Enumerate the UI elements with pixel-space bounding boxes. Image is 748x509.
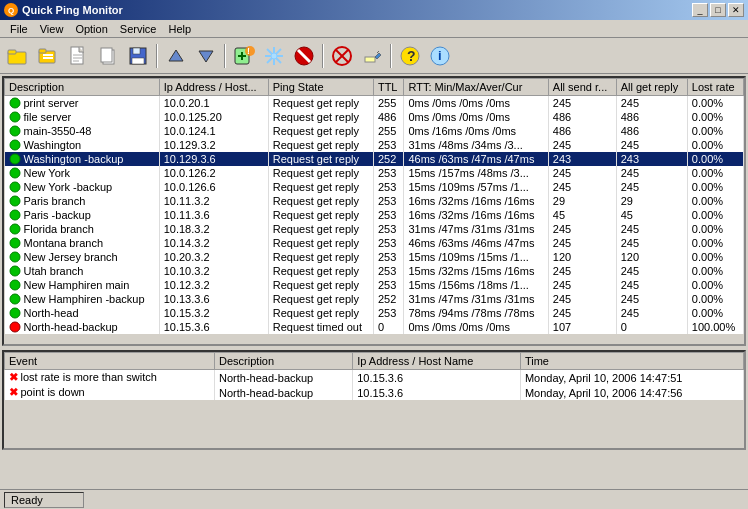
col-lost[interactable]: Lost rate — [687, 79, 743, 96]
table-row[interactable]: Utah branch 10.10.3.2 Request get reply … — [5, 264, 744, 278]
cell-reply: 29 — [616, 194, 687, 208]
cell-ip: 10.13.3.6 — [159, 292, 268, 306]
event-col-event[interactable]: Event — [5, 353, 215, 370]
table-row[interactable]: North-head 10.15.3.2 Request get reply 2… — [5, 306, 744, 320]
event-cell-time: Monday, April 10, 2006 14:47:56 — [520, 385, 743, 400]
cell-desc: file server — [5, 110, 160, 124]
svg-marker-16 — [199, 51, 213, 62]
table-row[interactable]: Washington 10.129.3.2 Request get reply … — [5, 138, 744, 152]
cell-rtt: 16ms /32ms /16ms /16ms — [404, 194, 548, 208]
cell-state: Request get reply — [268, 278, 373, 292]
table-row[interactable]: New Jersey branch 10.20.3.2 Request get … — [5, 250, 744, 264]
col-ttl[interactable]: TTL — [373, 79, 404, 96]
menu-file[interactable]: File — [4, 22, 34, 36]
cell-ttl: 253 — [373, 236, 404, 250]
cell-desc: Montana branch — [5, 236, 160, 250]
event-col-desc[interactable]: Description — [215, 353, 353, 370]
menu-option[interactable]: Option — [69, 22, 113, 36]
info-button[interactable]: i — [426, 43, 454, 69]
maximize-button[interactable]: □ — [710, 3, 726, 17]
table-row[interactable]: New York 10.0.126.2 Request get reply 25… — [5, 166, 744, 180]
col-send[interactable]: All send r... — [548, 79, 616, 96]
cell-state: Request get reply — [268, 236, 373, 250]
svg-rect-14 — [132, 58, 144, 64]
cell-ip: 10.15.3.2 — [159, 306, 268, 320]
ping-table: Description Ip Address / Host... Ping St… — [4, 78, 744, 334]
cell-reply: 0 — [616, 320, 687, 334]
copy-button[interactable] — [94, 43, 122, 69]
cell-send: 245 — [548, 306, 616, 320]
event-cell-event: ✖point is down — [5, 385, 215, 400]
minimize-button[interactable]: _ — [692, 3, 708, 17]
col-rtt[interactable]: RTT: Min/Max/Aver/Cur — [404, 79, 548, 96]
table-row[interactable]: main-3550-48 10.0.124.1 Request get repl… — [5, 124, 744, 138]
event-row[interactable]: ✖point is down North-head-backup 10.15.3… — [5, 385, 744, 400]
cell-ttl: 255 — [373, 96, 404, 111]
table-row[interactable]: North-head-backup 10.15.3.6 Request time… — [5, 320, 744, 334]
event-cell-desc: North-head-backup — [215, 370, 353, 386]
cell-desc: Washington — [5, 138, 160, 152]
col-description[interactable]: Description — [5, 79, 160, 96]
table-row[interactable]: New York -backup 10.0.126.6 Request get … — [5, 180, 744, 194]
table-row[interactable]: Washington -backup 10.129.3.6 Request ge… — [5, 152, 744, 166]
col-state[interactable]: Ping State — [268, 79, 373, 96]
freeze-button[interactable] — [260, 43, 288, 69]
event-table: Event Description Ip Address / Host Name… — [4, 352, 744, 400]
col-reply[interactable]: All get reply — [616, 79, 687, 96]
table-row[interactable]: Paris -backup 10.11.3.6 Request get repl… — [5, 208, 744, 222]
cell-lost: 0.00% — [687, 138, 743, 152]
table-row[interactable]: Florida branch 10.18.3.2 Request get rep… — [5, 222, 744, 236]
move-up-button[interactable] — [192, 43, 220, 69]
cell-ip: 10.0.124.1 — [159, 124, 268, 138]
table-row[interactable]: New Hamphiren main 10.12.3.2 Request get… — [5, 278, 744, 292]
add-button[interactable]: ! — [230, 43, 258, 69]
open-folder-button[interactable] — [4, 43, 32, 69]
table-row[interactable]: New Hamphiren -backup 10.13.3.6 Request … — [5, 292, 744, 306]
cell-desc: Paris -backup — [5, 208, 160, 222]
cell-state: Request get reply — [268, 194, 373, 208]
cell-rtt: 15ms /156ms /18ms /1... — [404, 278, 548, 292]
cell-state: Request get reply — [268, 124, 373, 138]
cell-send: 245 — [548, 236, 616, 250]
svg-text:?: ? — [407, 48, 416, 64]
table-row[interactable]: Montana branch 10.14.3.2 Request get rep… — [5, 236, 744, 250]
new-document-button[interactable] — [64, 43, 92, 69]
event-row[interactable]: ✖lost rate is more than switch North-hea… — [5, 370, 744, 386]
ping-table-container[interactable]: Description Ip Address / Host... Ping St… — [2, 76, 746, 346]
stop-button[interactable] — [290, 43, 318, 69]
svg-rect-3 — [39, 49, 46, 53]
cell-lost: 0.00% — [687, 208, 743, 222]
cell-desc: Washington -backup — [5, 152, 160, 166]
table-row[interactable]: Paris branch 10.11.3.2 Request get reply… — [5, 194, 744, 208]
cell-rtt: 15ms /157ms /48ms /3... — [404, 166, 548, 180]
no-entry-button[interactable] — [328, 43, 356, 69]
toolbar-separator-4 — [390, 44, 392, 68]
menu-view[interactable]: View — [34, 22, 70, 36]
move-down-button[interactable] — [162, 43, 190, 69]
help-button[interactable]: ? — [396, 43, 424, 69]
cell-ip: 10.0.126.6 — [159, 180, 268, 194]
svg-line-34 — [377, 51, 379, 53]
event-col-time[interactable]: Time — [520, 353, 743, 370]
svg-marker-15 — [169, 50, 183, 61]
open-yellow-button[interactable] — [34, 43, 62, 69]
title-controls: _ □ ✕ — [692, 3, 744, 17]
edit-button[interactable] — [358, 43, 386, 69]
app-icon: Q — [4, 3, 18, 17]
cell-ttl: 255 — [373, 124, 404, 138]
table-row[interactable]: print server 10.0.20.1 Request get reply… — [5, 96, 744, 111]
table-row[interactable]: file server 10.0.125.20 Request get repl… — [5, 110, 744, 124]
cell-rtt: 15ms /109ms /15ms /1... — [404, 250, 548, 264]
close-button[interactable]: ✕ — [728, 3, 744, 17]
event-col-ip[interactable]: Ip Address / Host Name — [353, 353, 521, 370]
svg-point-40 — [10, 112, 20, 122]
menu-help[interactable]: Help — [163, 22, 198, 36]
cell-desc: New Hamphiren -backup — [5, 292, 160, 306]
cell-send: 29 — [548, 194, 616, 208]
svg-point-42 — [10, 140, 20, 150]
col-ip[interactable]: Ip Address / Host... — [159, 79, 268, 96]
cell-rtt: 0ms /0ms /0ms /0ms — [404, 110, 548, 124]
cell-rtt: 0ms /16ms /0ms /0ms — [404, 124, 548, 138]
menu-service[interactable]: Service — [114, 22, 163, 36]
save-button[interactable] — [124, 43, 152, 69]
